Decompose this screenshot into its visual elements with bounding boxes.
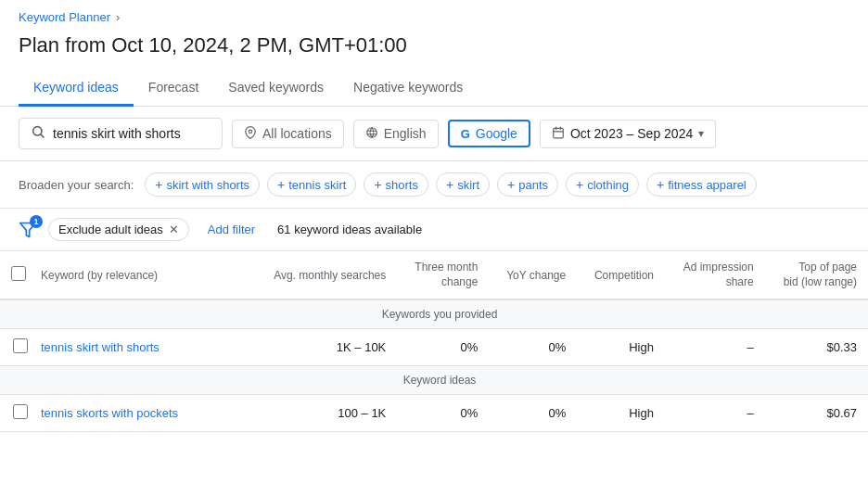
chip-plus-icon: + <box>446 177 453 192</box>
th-yoy[interactable]: YoY change <box>489 251 577 299</box>
tab-saved-keywords[interactable]: Saved keywords <box>213 70 338 107</box>
ad-impression-cell: – <box>665 329 765 366</box>
th-ad-impression[interactable]: Ad impressionshare <box>665 251 765 299</box>
location-label: All locations <box>262 126 332 141</box>
svg-rect-4 <box>554 128 564 138</box>
chip-plus-icon: + <box>155 177 162 192</box>
keyword-table: Keyword (by relevance) Avg. monthly sear… <box>0 251 868 432</box>
chip-plus-icon: + <box>507 177 515 192</box>
chip-tennis-skirt[interactable]: + tennis skirt <box>267 172 356 197</box>
location-icon <box>244 126 257 142</box>
competition-cell: High <box>577 395 665 432</box>
competition-cell: High <box>577 329 665 366</box>
dropdown-chevron-icon: ▾ <box>698 127 704 140</box>
chip-label: fitness apparel <box>668 178 747 192</box>
chip-label: tennis skirt <box>288 178 346 192</box>
search-icon <box>31 124 45 143</box>
row-checkbox-cell <box>0 395 30 432</box>
yoy-cell: 0% <box>489 395 577 432</box>
chip-skirt-with-shorts[interactable]: + skirt with shorts <box>145 172 260 197</box>
ad-impression-cell: – <box>665 395 765 432</box>
tabs-bar: Keyword ideas Forecast Saved keywords Ne… <box>0 70 868 107</box>
svg-line-1 <box>41 134 44 137</box>
chip-pants[interactable]: + pants <box>497 172 558 197</box>
breadcrumb-chevron: › <box>116 10 120 24</box>
chip-skirt[interactable]: + skirt <box>436 172 490 197</box>
avg-cell: 100 – 1K <box>252 395 397 432</box>
section-ideas: Keyword ideas <box>0 366 868 395</box>
top-bid-cell: $0.67 <box>765 395 868 432</box>
search-box[interactable] <box>19 118 223 149</box>
toolbar-row: All locations English G Google Oct 2023 … <box>0 107 868 161</box>
keyword-cell[interactable]: tennis skorts with pockets <box>30 395 252 432</box>
close-icon[interactable]: ✕ <box>169 223 179 236</box>
keyword-table-container: Keyword (by relevance) Avg. monthly sear… <box>0 251 868 432</box>
chip-clothing[interactable]: + clothing <box>566 172 639 197</box>
google-filter[interactable]: G Google <box>448 120 530 147</box>
chip-label: pants <box>518 178 548 192</box>
location-filter[interactable]: All locations <box>232 120 344 148</box>
tab-keyword-ideas[interactable]: Keyword ideas <box>19 70 134 107</box>
three-month-cell: 0% <box>397 329 489 366</box>
date-range-label: Oct 2023 – Sep 2024 <box>570 126 693 141</box>
section-provided-label: Keywords you provided <box>0 299 868 329</box>
google-label: Google <box>476 126 517 141</box>
broaden-label: Broaden your search: <box>19 178 134 192</box>
language-icon <box>365 126 378 142</box>
breadcrumb-link[interactable]: Keyword Planner <box>19 10 110 24</box>
calendar-icon <box>552 126 565 142</box>
broaden-row: Broaden your search: + skirt with shorts… <box>0 161 868 209</box>
chip-fitness-apparel[interactable]: + fitness apparel <box>646 172 757 197</box>
row-checkbox[interactable] <box>13 338 28 353</box>
add-filter-button[interactable]: Add filter <box>200 219 262 240</box>
keyword-count-text: 61 keyword ideas available <box>277 223 422 236</box>
chip-plus-icon: + <box>576 177 583 192</box>
chip-label: skirt <box>457 178 479 192</box>
select-all-checkbox[interactable] <box>11 266 26 281</box>
th-top-bid[interactable]: Top of pagebid (low range) <box>765 251 868 299</box>
chip-shorts[interactable]: + shorts <box>364 172 428 197</box>
chip-plus-icon: + <box>277 177 285 192</box>
row-checkbox[interactable] <box>13 404 28 419</box>
top-bid-cell: $0.33 <box>765 329 868 366</box>
table-header-row: Keyword (by relevance) Avg. monthly sear… <box>0 251 868 299</box>
three-month-cell: 0% <box>397 395 489 432</box>
filter-badge: 1 <box>30 215 43 228</box>
svg-point-3 <box>366 127 377 137</box>
th-avg-monthly[interactable]: Avg. monthly searches <box>252 251 397 299</box>
chip-label: skirt with shorts <box>166 178 249 192</box>
th-keyword[interactable]: Keyword (by relevance) <box>30 251 252 299</box>
search-input[interactable] <box>53 126 201 141</box>
section-ideas-label: Keyword ideas <box>0 366 868 395</box>
row-checkbox-cell <box>0 329 30 366</box>
filter-icon-wrap: 1 <box>19 221 37 239</box>
language-label: English <box>384 126 427 141</box>
page-title: Plan from Oct 10, 2024, 2 PM, GMT+01:00 <box>0 28 868 70</box>
exclude-adult-chip[interactable]: Exclude adult ideas ✕ <box>48 218 189 241</box>
svg-point-2 <box>249 130 252 134</box>
chip-label: clothing <box>587 178 629 192</box>
keyword-cell[interactable]: tennis skirt with shorts <box>30 329 252 366</box>
tab-forecast[interactable]: Forecast <box>134 70 213 107</box>
date-range-picker[interactable]: Oct 2023 – Sep 2024 ▾ <box>540 120 716 148</box>
table-row: tennis skorts with pockets 100 – 1K 0% 0… <box>0 395 868 432</box>
section-provided: Keywords you provided <box>0 299 868 329</box>
filters-row: 1 Exclude adult ideas ✕ Add filter 61 ke… <box>0 209 868 251</box>
table-row: tennis skirt with shorts 1K – 10K 0% 0% … <box>0 329 868 366</box>
th-competition[interactable]: Competition <box>577 251 665 299</box>
chip-plus-icon: + <box>657 177 664 192</box>
chip-plus-icon: + <box>374 177 381 192</box>
tab-negative-keywords[interactable]: Negative keywords <box>338 70 478 107</box>
yoy-cell: 0% <box>489 329 577 366</box>
chip-label: shorts <box>386 178 418 192</box>
th-checkbox <box>0 251 30 299</box>
avg-cell: 1K – 10K <box>252 329 397 366</box>
exclude-adult-label: Exclude adult ideas <box>58 223 163 236</box>
language-filter[interactable]: English <box>353 120 439 148</box>
th-three-month[interactable]: Three monthchange <box>397 251 489 299</box>
google-icon: G <box>461 127 470 141</box>
